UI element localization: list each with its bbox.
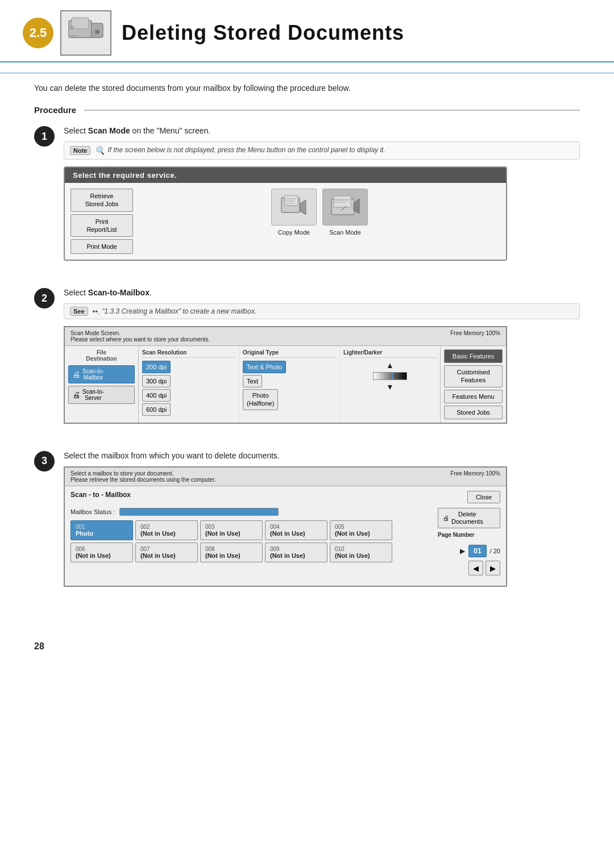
svg-point-4 [95, 30, 99, 34]
mailbox-003[interactable]: 003 (Not in Use) [200, 520, 263, 540]
scan-dest-server-icon: 🖨 [72, 390, 80, 399]
mailbox-003-num: 003 [205, 524, 258, 530]
scan-destinations: File Destination 🖨 Scan-to- Mailbox 🖨 Sc… [65, 346, 139, 422]
page-nav-arrow-left-icon: ▶ [460, 547, 465, 555]
menu-btn-print-report[interactable]: Print Report/List [70, 214, 133, 237]
header-divider [0, 73, 614, 73]
screen-3-top: Select a mailbox to store your document.… [65, 468, 506, 486]
see-text: "1.3.3 Creating a Mailbox" to create a n… [102, 307, 256, 315]
step-3-content: Select the mailbox from which you want t… [64, 450, 580, 597]
basic-features-btn[interactable]: Basic Features [444, 349, 503, 363]
orig-text-btn[interactable]: Text [243, 375, 262, 387]
mailbox-status-label: Mailbox Status : [70, 508, 115, 515]
scan-mode-label: Scan Mode [329, 229, 361, 236]
customised-features-btn[interactable]: Customised Features [444, 365, 503, 387]
procedure-header: Procedure [34, 105, 580, 115]
screen-1-title: Select the required service. [65, 168, 506, 183]
screen-2-top: Scan Mode Screen. Please select where yo… [65, 327, 506, 346]
mailbox-006[interactable]: 006 (Not in Use) [70, 542, 133, 562]
screen-2: Scan Mode Screen. Please select where yo… [64, 326, 507, 423]
res-300-btn[interactable]: 300 dpi [142, 375, 171, 387]
mailbox-005[interactable]: 005 (Not in Use) [330, 520, 392, 540]
svg-rect-13 [334, 196, 351, 207]
procedure-label: Procedure [34, 105, 76, 115]
features-menu-btn[interactable]: Features Menu [444, 390, 503, 403]
screen-3-top-right: Free Memory 100% [450, 470, 500, 483]
mailbox-006-num: 006 [76, 546, 128, 552]
step-2-content: Select Scan-to-Mailbox. See ••. "1.3.3 C… [64, 287, 580, 433]
header-icon: /// ___ [60, 10, 111, 56]
prev-page-btn[interactable]: ◀ [468, 561, 483, 575]
see-dots-icon: ••. [93, 307, 100, 316]
lighter-down-btn[interactable]: ▼ [386, 382, 394, 391]
mailbox-010[interactable]: 010 (Not in Use) [330, 542, 392, 562]
page-nav: ▶ 01 / 20 [438, 545, 500, 557]
mailbox-007[interactable]: 007 (Not in Use) [135, 542, 198, 562]
mailbox-001-num: 001 [76, 524, 128, 530]
mailbox-002[interactable]: 002 (Not in Use) [135, 520, 198, 540]
step-3: 3 Select the mailbox from which you want… [34, 450, 580, 597]
delete-documents-btn[interactable]: 🖨 Delete Documents [438, 508, 500, 528]
mode-copy[interactable]: Copy Mode [271, 189, 317, 254]
next-page-btn[interactable]: ▶ [486, 561, 500, 575]
procedure-divider [84, 110, 580, 111]
delete-documents-label: Delete Documents [451, 511, 483, 525]
screen-2-top-left: Scan Mode Screen. Please select where yo… [70, 330, 210, 343]
page-nav-arrows: ◀ ▶ [438, 561, 500, 575]
screen-3-top-left: Select a mailbox to store your document.… [70, 470, 216, 483]
screen-3: Select a mailbox to store your document.… [64, 466, 507, 587]
note-label: Note [70, 146, 90, 155]
mailbox-action-area: Close [467, 491, 500, 503]
mailbox-004-num: 004 [270, 524, 322, 530]
res-200-btn[interactable]: 200 dpi [142, 361, 171, 373]
mode-scan[interactable]: Scan Mode [322, 189, 368, 254]
menu-btn-retrieve[interactable]: Retrieve Stored Jobs [70, 189, 133, 212]
svg-rect-8 [284, 195, 298, 206]
note-text: If the screen below is not displayed, pr… [107, 146, 385, 154]
lighter-up-btn[interactable]: ▲ [386, 361, 394, 370]
mailbox-002-num: 002 [140, 524, 193, 530]
mailbox-status-area: Mailbox Status : 001 Photo 002 [70, 508, 500, 575]
scan-columns: Scan Resolution 200 dpi 300 dpi 400 dpi … [139, 346, 441, 422]
scan-to-mailbox-title: Scan - to - Mailbox [70, 491, 131, 499]
orig-text-photo-btn[interactable]: Text & Photo [243, 361, 286, 373]
close-btn[interactable]: Close [467, 491, 500, 503]
page-title: Deleting Stored Documents [122, 21, 404, 45]
menu-btn-print-mode[interactable]: Print Mode [70, 239, 133, 254]
scan-original-col: Original Type Text & Photo Text Photo (H… [239, 346, 340, 422]
screen-1-modes: Copy Mode [139, 189, 500, 254]
mailbox-001-name: Photo [76, 530, 128, 537]
mailbox-row-1: 001 Photo 002 (Not in Use) 003 (Not in U… [70, 520, 432, 540]
mailbox-010-name: (Not in Use) [335, 552, 387, 559]
mailbox-006-name: (Not in Use) [76, 552, 128, 559]
scan-dest-server[interactable]: 🖨 Scan-to- Server [68, 386, 135, 404]
scan-dest-mailbox[interactable]: 🖨 Scan-to- Mailbox [68, 365, 135, 383]
mailbox-007-num: 007 [140, 546, 193, 552]
step-2: 2 Select Scan-to-Mailbox. See ••. "1.3.3… [34, 287, 580, 433]
res-600-btn[interactable]: 600 dpi [142, 403, 171, 416]
mailbox-007-name: (Not in Use) [140, 552, 193, 559]
mailbox-009[interactable]: 009 (Not in Use) [265, 542, 327, 562]
mailbox-004[interactable]: 004 (Not in Use) [265, 520, 327, 540]
scan-dest-mailbox-label: Scan-to- Mailbox [82, 368, 104, 381]
mailbox-009-num: 009 [270, 546, 322, 552]
note-icon: 🔍 [95, 146, 105, 155]
scan-resolution-col: Scan Resolution 200 dpi 300 dpi 400 dpi … [139, 346, 239, 422]
mailbox-008[interactable]: 008 (Not in Use) [200, 542, 263, 562]
mailbox-005-name: (Not in Use) [335, 530, 387, 537]
stored-jobs-btn[interactable]: Stored Jobs [444, 406, 503, 419]
step-1-instruction: Select Scan Mode on the "Menu" screen. [64, 125, 580, 137]
step-1-number: 1 [34, 126, 55, 147]
step-1: 1 Select Scan Mode on the "Menu" screen.… [34, 125, 580, 271]
res-400-btn[interactable]: 400 dpi [142, 389, 171, 402]
see-label: See [70, 307, 88, 316]
screen-2-top-right: Free Memory 100% [450, 330, 500, 343]
scan-dest-header: File Destination [68, 349, 135, 362]
page-number: 28 [34, 641, 44, 651]
total-pages: / 20 [490, 548, 500, 554]
mailbox-001[interactable]: 001 Photo [70, 520, 133, 540]
orig-photo-btn[interactable]: Photo (Halftone) [243, 389, 278, 410]
mailbox-010-num: 010 [335, 546, 387, 552]
mailbox-008-name: (Not in Use) [205, 552, 258, 559]
mailbox-009-name: (Not in Use) [270, 552, 322, 559]
